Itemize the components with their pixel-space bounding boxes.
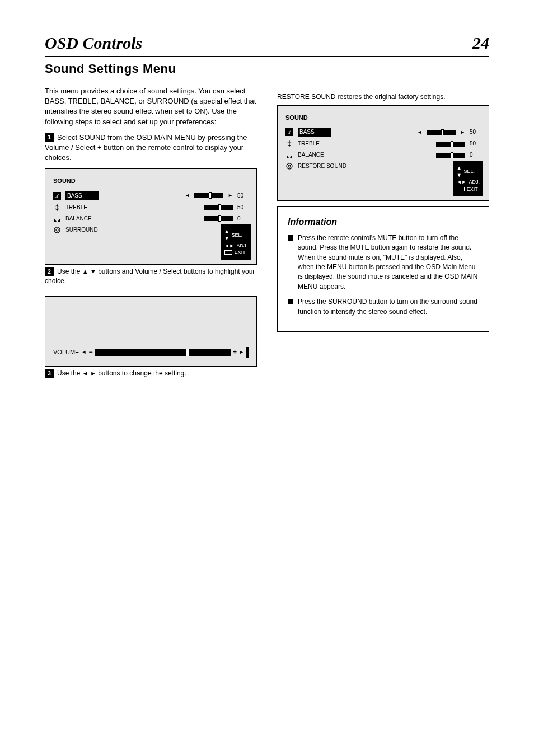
osd-volume: VOLUME ◄ − + ►: [45, 296, 257, 367]
step-1: 1Select SOUND from the OSD MAIN MENU by …: [45, 133, 257, 163]
left-arrow-icon: ◄: [81, 349, 86, 356]
osd-sound-menu-restore: SOUND BASS ◄ ► 50 TREBLE 50 BALANCE: [277, 105, 489, 201]
right-arrow-icon: ►: [239, 349, 244, 356]
volume-label: VOLUME: [53, 348, 79, 356]
step-badge-2: 2: [45, 267, 54, 276]
osd-row-surround: SURROUND OFF: [53, 226, 249, 234]
surround-icon: [285, 162, 293, 170]
step-badge-3: 3: [45, 369, 54, 378]
svg-point-3: [288, 165, 291, 167]
left-arrow-icon: ◄: [417, 129, 422, 136]
bass-icon: [285, 128, 293, 136]
bar-endcap: [246, 347, 249, 358]
osd-title: SOUND: [53, 177, 249, 185]
step-3: 3Use the ◄ ► buttons to change the setti…: [45, 369, 257, 378]
osd-row-restore: RESTORE SOUND: [285, 162, 481, 170]
osd-legend: ▲▼SEL. ◄►ADJ. EXIT: [453, 161, 483, 196]
svg-point-0: [54, 227, 60, 233]
left-right-icon: ◄►: [224, 242, 235, 250]
osd-sound-menu: SOUND BASS ◄ ► 50 TREBLE 50 BALANCE: [45, 168, 257, 264]
balance-icon: [53, 215, 61, 223]
plus-icon: +: [233, 348, 237, 357]
osd-row-treble: TREBLE 50: [285, 140, 481, 148]
intro-paragraph: This menu provides a choice of sound set…: [45, 86, 257, 127]
step-2: 2Use the ▲ ▼ buttons and Volume / Select…: [45, 267, 257, 286]
information-box: Information Press the remote control's M…: [277, 206, 489, 332]
osd-legend: ▲▼SEL. ◄►ADJ. EXIT: [221, 224, 251, 259]
left-arrow-icon: ◄: [82, 370, 88, 377]
osd-row-bass: BASS ◄ ► 50: [53, 191, 249, 200]
right-arrow-icon: ►: [460, 129, 465, 136]
right-arrow-icon: ►: [228, 192, 233, 199]
surround-icon: [53, 226, 61, 234]
down-icon: ▼: [90, 268, 96, 275]
treble-icon: [285, 140, 293, 148]
up-down-icon: ▲▼: [457, 165, 462, 179]
osd-row-balance: BALANCE 0: [53, 215, 249, 223]
osd-row-balance: BALANCE 0: [285, 151, 481, 159]
section-heading: Sound Settings Menu: [45, 62, 489, 76]
bullet-icon: [288, 235, 293, 241]
svg-point-1: [56, 229, 58, 231]
step-badge-1: 1: [45, 133, 54, 142]
left-right-icon: ◄►: [457, 179, 467, 186]
exit-box-icon: [457, 187, 465, 191]
svg-point-2: [287, 163, 292, 169]
page-number: 24: [472, 34, 489, 53]
info-item: Press the SURROUND button to turn on the…: [288, 297, 479, 317]
info-heading: Information: [288, 216, 479, 228]
osd-row-treble: TREBLE 50: [53, 204, 249, 212]
bass-icon: [53, 192, 61, 200]
balance-icon: [285, 151, 293, 159]
minus-icon: −: [88, 348, 92, 357]
up-down-icon: ▲▼: [224, 228, 229, 242]
osd-title: SOUND: [285, 114, 481, 122]
volume-bar: [95, 349, 231, 356]
bullet-icon: [288, 299, 293, 304]
info-item: Press the remote control's MUTE button t…: [288, 233, 479, 292]
right-arrow-icon: ►: [90, 370, 96, 377]
treble-icon: [53, 204, 61, 212]
divider: [45, 56, 489, 57]
exit-box-icon: [224, 250, 232, 255]
osd-row-bass: BASS ◄ ► 50: [285, 128, 481, 137]
restore-note: RESTORE SOUND restores the original fact…: [277, 92, 489, 102]
up-icon: ▲: [82, 268, 88, 275]
left-arrow-icon: ◄: [185, 192, 190, 199]
page-title: OSD Controls: [45, 34, 142, 53]
